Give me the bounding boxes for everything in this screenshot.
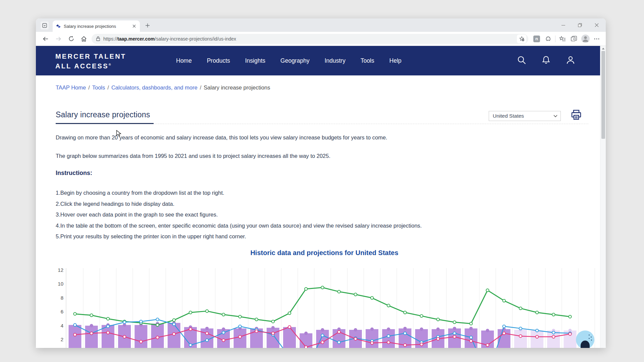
line-green-point[interactable] <box>486 289 489 292</box>
line-pink-point[interactable] <box>437 338 439 340</box>
line-green-point[interactable] <box>437 318 439 321</box>
breadcrumb-link[interactable]: Tools <box>92 84 105 90</box>
bar-marker[interactable] <box>222 327 225 331</box>
bar-marker[interactable] <box>436 327 440 331</box>
line-green-point[interactable] <box>552 313 555 316</box>
breadcrumb-link[interactable]: TAAP Home <box>56 84 86 90</box>
line-blue-point[interactable] <box>140 320 142 323</box>
line-green-point[interactable] <box>503 299 505 302</box>
line-pink-point[interactable] <box>453 336 456 338</box>
bar-marker[interactable] <box>205 327 209 330</box>
bar-marker[interactable] <box>453 327 456 330</box>
line-pink-point[interactable] <box>305 346 307 348</box>
settings-menu-button[interactable] <box>591 33 602 45</box>
line-pink-point[interactable] <box>73 333 76 336</box>
line-green-point[interactable] <box>569 315 571 318</box>
bar-marker[interactable] <box>387 327 390 331</box>
line-pink-point[interactable] <box>404 344 406 346</box>
line-pink-point[interactable] <box>156 336 159 339</box>
nav-item-industry[interactable]: Industry <box>325 57 345 64</box>
back-button[interactable] <box>39 33 52 45</box>
line-green-point[interactable] <box>238 315 241 318</box>
line-pink-point[interactable] <box>503 332 505 335</box>
bar-marker[interactable] <box>370 327 374 331</box>
line-green-point[interactable] <box>387 304 390 307</box>
forward-button[interactable] <box>52 33 65 45</box>
bar-1996[interactable] <box>85 326 98 348</box>
line-pink-point[interactable] <box>536 336 538 338</box>
bar-marker[interactable] <box>404 327 407 330</box>
line-green-point[interactable] <box>338 290 340 293</box>
bar-marker[interactable] <box>420 327 423 331</box>
line-blue-point[interactable] <box>338 341 340 344</box>
account-button[interactable] <box>566 55 576 66</box>
line-blue-point[interactable] <box>238 325 241 327</box>
line-pink-point[interactable] <box>90 332 93 335</box>
line-green-point[interactable] <box>272 320 274 323</box>
home-button[interactable] <box>77 33 90 45</box>
line-green-point[interactable] <box>354 293 357 296</box>
bar-marker[interactable] <box>90 324 93 327</box>
tab-close-button[interactable] <box>131 23 137 29</box>
line-pink-point[interactable] <box>206 332 208 335</box>
line-blue-point[interactable] <box>73 323 76 326</box>
search-button[interactable] <box>517 55 527 66</box>
n-extension-button[interactable]: n <box>531 33 542 45</box>
nav-item-insights[interactable]: Insights <box>245 57 265 64</box>
line-pink-point[interactable] <box>222 339 225 342</box>
line-pink-point[interactable] <box>272 332 274 335</box>
close-window-button[interactable] <box>588 18 605 32</box>
line-pink-point[interactable] <box>140 340 142 343</box>
line-pink-point[interactable] <box>486 344 489 346</box>
line-blue-point[interactable] <box>503 325 505 327</box>
salary-projections-chart[interactable]: 24681012 <box>36 265 606 348</box>
bar-marker[interactable] <box>469 327 473 330</box>
line-pink-point[interactable] <box>255 330 258 333</box>
line-green-point[interactable] <box>73 312 76 315</box>
line-pink-point[interactable] <box>107 331 109 334</box>
profile-button[interactable] <box>580 33 591 45</box>
tab-actions-button[interactable] <box>41 21 49 29</box>
line-green-point[interactable] <box>173 319 175 321</box>
line-green-point[interactable] <box>222 313 225 316</box>
page-scrollbar[interactable] <box>600 46 606 348</box>
line-green-point[interactable] <box>156 323 159 326</box>
line-pink-point[interactable] <box>519 335 522 337</box>
line-green-point[interactable] <box>536 311 538 314</box>
line-pink-point[interactable] <box>338 330 340 333</box>
line-blue-point[interactable] <box>206 339 208 342</box>
line-pink-point[interactable] <box>238 336 241 338</box>
line-blue-point[interactable] <box>552 331 555 334</box>
nav-item-geography[interactable]: Geography <box>280 57 310 64</box>
bar-1995[interactable] <box>69 325 82 348</box>
bar-2022[interactable] <box>514 330 527 348</box>
bar-2008[interactable] <box>283 327 296 348</box>
address-bar[interactable]: https://taap.mercer.com/salary-increase-… <box>92 34 528 44</box>
line-blue-point[interactable] <box>404 332 406 335</box>
line-pink-point[interactable] <box>371 342 373 344</box>
extensions-button[interactable] <box>542 33 554 45</box>
scrollbar-thumb[interactable] <box>601 51 605 139</box>
line-green-point[interactable] <box>453 321 456 323</box>
site-logo[interactable]: MERCER TALENT ALL ACCESS® <box>55 52 126 70</box>
bar-marker[interactable] <box>354 328 357 331</box>
line-green-point[interactable] <box>321 286 324 289</box>
line-pink-point[interactable] <box>173 333 175 335</box>
line-blue-point[interactable] <box>519 327 522 330</box>
line-blue-point[interactable] <box>387 335 390 337</box>
bar-marker[interactable] <box>321 328 324 331</box>
nav-item-home[interactable]: Home <box>176 57 192 64</box>
bar-2013[interactable] <box>366 329 378 348</box>
line-blue-point[interactable] <box>189 344 192 346</box>
bar-2014[interactable] <box>382 329 395 348</box>
line-blue-point[interactable] <box>173 323 175 325</box>
line-blue-point[interactable] <box>156 318 159 321</box>
line-pink-point[interactable] <box>552 336 555 338</box>
notifications-button[interactable] <box>541 55 551 66</box>
refresh-button[interactable] <box>65 33 77 45</box>
line-green-point[interactable] <box>189 311 192 314</box>
line-green-point[interactable] <box>519 307 522 310</box>
new-tab-button[interactable] <box>144 22 151 29</box>
line-green-point[interactable] <box>470 322 472 325</box>
bar-1999[interactable] <box>135 325 147 348</box>
